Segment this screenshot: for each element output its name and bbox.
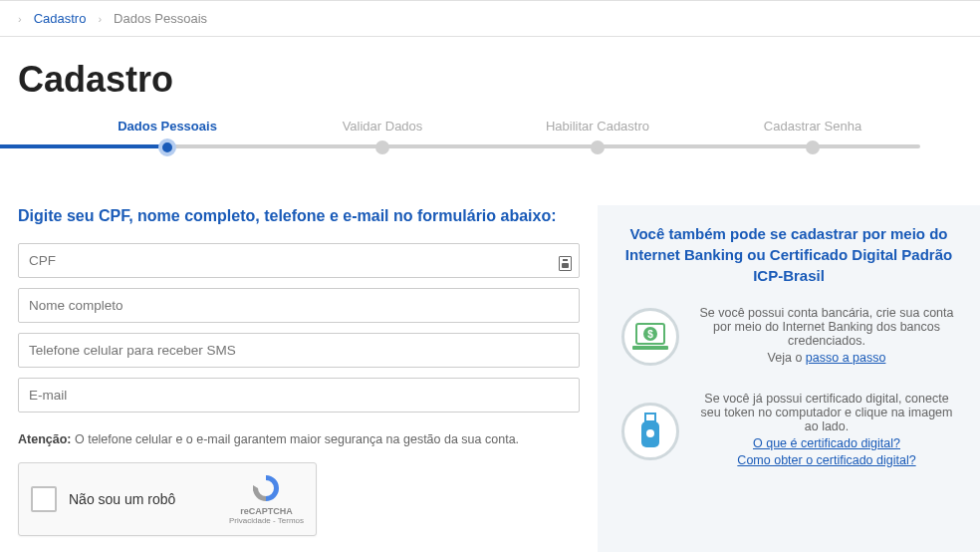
what-is-cert-link[interactable]: O que é certificado digital? — [753, 436, 900, 450]
svg-text:$: $ — [647, 329, 653, 340]
step-label: Habilitar Cadastro — [490, 119, 705, 141]
step-label: Validar Dados — [275, 119, 490, 141]
form-heading: Digite seu CPF, nome completo, telefone … — [18, 205, 580, 227]
cert-info-text: Se você já possui certificado digital, c… — [697, 392, 956, 433]
how-get-cert-link[interactable]: Como obter o certificado digital? — [737, 453, 915, 467]
attention-text: Atenção: O telefone celular e o e-mail g… — [18, 432, 580, 446]
alt-panel-heading: Você também pode se cadastrar por meio d… — [621, 223, 956, 286]
internet-banking-block: $ Se você possui conta bancária, crie su… — [621, 306, 956, 368]
form-panel: Digite seu CPF, nome completo, telefone … — [0, 205, 598, 552]
breadcrumb: › Cadastro › Dados Pessoais — [0, 0, 980, 37]
email-input[interactable] — [18, 378, 580, 413]
recaptcha-checkbox[interactable] — [31, 486, 57, 512]
phone-input[interactable] — [18, 333, 580, 368]
svg-rect-7 — [645, 414, 655, 421]
recaptcha-icon — [250, 472, 282, 504]
recaptcha-label: Não sou um robô — [69, 491, 229, 507]
chevron-right-icon: › — [98, 13, 102, 25]
cpf-input[interactable] — [18, 243, 580, 278]
recaptcha-logo: reCAPTCHA Privacidade - Termos — [229, 472, 304, 525]
svg-rect-4 — [632, 346, 668, 350]
step-validar-dados: Validar Dados — [275, 119, 490, 159]
step-dados-pessoais: Dados Pessoais — [60, 119, 275, 159]
svg-rect-0 — [563, 259, 568, 261]
step-dot-icon — [158, 138, 176, 156]
chevron-right-icon: › — [18, 13, 22, 25]
svg-point-9 — [646, 429, 654, 437]
step-label: Cadastrar Senha — [705, 119, 920, 141]
breadcrumb-current: Dados Pessoais — [114, 11, 207, 26]
recaptcha-widget[interactable]: Não sou um robô reCAPTCHA Privacidade - … — [18, 462, 317, 536]
page-title: Cadastro — [0, 37, 980, 119]
recaptcha-privacy-link[interactable]: Privacidade — [229, 516, 271, 525]
step-cadastrar-senha: Cadastrar Senha — [705, 119, 920, 159]
digital-certificate-block: Se você já possui certificado digital, c… — [621, 392, 956, 470]
step-dot-icon — [806, 140, 820, 154]
step-habilitar-cadastro: Habilitar Cadastro — [490, 119, 705, 159]
recaptcha-terms-link[interactable]: Termos — [278, 516, 304, 525]
usb-token-icon[interactable] — [621, 403, 679, 460]
alternative-signup-panel: Você também pode se cadastrar por meio d… — [598, 205, 980, 552]
passo-a-passo-link[interactable]: passo a passo — [806, 351, 886, 365]
bank-laptop-icon[interactable]: $ — [621, 308, 679, 366]
contact-card-icon — [559, 256, 572, 271]
step-dot-icon — [375, 140, 389, 154]
name-input[interactable] — [18, 288, 580, 323]
breadcrumb-link-cadastro[interactable]: Cadastro — [34, 11, 87, 26]
bank-info-text: Se você possui conta bancária, crie sua … — [697, 306, 956, 348]
progress-stepper: Dados Pessoais Validar Dados Habilitar C… — [0, 119, 980, 187]
svg-rect-1 — [562, 263, 569, 268]
step-dot-icon — [591, 140, 605, 154]
